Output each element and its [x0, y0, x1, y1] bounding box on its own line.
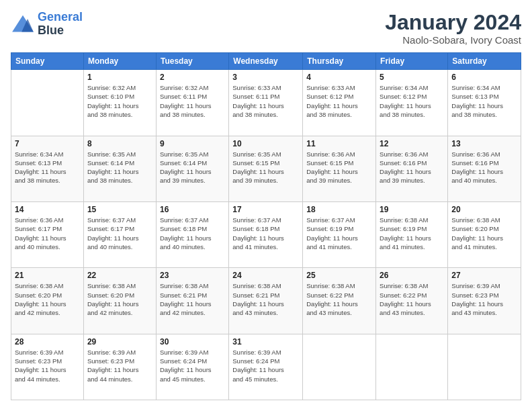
week-row-2: 7Sunrise: 6:34 AM Sunset: 6:13 PM Daylig…: [11, 136, 521, 201]
day-info: Sunrise: 6:38 AM Sunset: 6:22 PM Dayligh…: [306, 281, 372, 317]
day-info: Sunrise: 6:37 AM Sunset: 6:18 PM Dayligh…: [160, 216, 225, 251]
day-number: 6: [451, 73, 517, 82]
page: General Blue January 2024 Naolo-Sobara, …: [0, 0, 532, 411]
week-row-3: 14Sunrise: 6:36 AM Sunset: 6:17 PM Dayli…: [11, 201, 521, 267]
day-cell: 22Sunrise: 6:38 AM Sunset: 6:20 PM Dayli…: [83, 268, 156, 334]
day-cell: [376, 334, 448, 400]
day-cell: 28Sunrise: 6:39 AM Sunset: 6:23 PM Dayli…: [11, 334, 84, 400]
week-row-1: 1Sunrise: 6:32 AM Sunset: 6:10 PM Daylig…: [11, 70, 521, 136]
col-header-wednesday: Wednesday: [229, 53, 303, 70]
day-info: Sunrise: 6:38 AM Sunset: 6:20 PM Dayligh…: [451, 216, 517, 251]
day-info: Sunrise: 6:39 AM Sunset: 6:23 PM Dayligh…: [451, 281, 517, 317]
day-number: 1: [87, 73, 152, 82]
logo: General Blue: [11, 11, 83, 38]
header: General Blue January 2024 Naolo-Sobara, …: [11, 11, 521, 46]
col-header-thursday: Thursday: [303, 53, 376, 70]
day-cell: 16Sunrise: 6:37 AM Sunset: 6:18 PM Dayli…: [156, 201, 228, 267]
col-header-saturday: Saturday: [448, 53, 521, 70]
col-header-sunday: Sunday: [11, 53, 84, 70]
day-number: 2: [160, 73, 225, 82]
day-info: Sunrise: 6:37 AM Sunset: 6:18 PM Dayligh…: [232, 216, 299, 251]
day-cell: [11, 70, 84, 136]
day-cell: 27Sunrise: 6:39 AM Sunset: 6:23 PM Dayli…: [448, 268, 521, 334]
day-number: 15: [87, 205, 152, 214]
calendar-subtitle: Naolo-Sobara, Ivory Coast: [385, 34, 521, 46]
col-header-monday: Monday: [83, 53, 156, 70]
day-number: 28: [15, 337, 80, 347]
day-cell: 5Sunrise: 6:34 AM Sunset: 6:12 PM Daylig…: [376, 70, 448, 136]
day-info: Sunrise: 6:34 AM Sunset: 6:12 PM Dayligh…: [380, 83, 444, 119]
day-cell: 31Sunrise: 6:39 AM Sunset: 6:24 PM Dayli…: [229, 334, 303, 400]
day-number: 19: [380, 205, 444, 214]
day-cell: 17Sunrise: 6:37 AM Sunset: 6:18 PM Dayli…: [229, 201, 303, 267]
day-number: 17: [232, 205, 299, 214]
day-info: Sunrise: 6:39 AM Sunset: 6:23 PM Dayligh…: [87, 348, 152, 383]
day-cell: 18Sunrise: 6:37 AM Sunset: 6:19 PM Dayli…: [303, 201, 376, 267]
day-number: 23: [160, 271, 225, 280]
day-info: Sunrise: 6:38 AM Sunset: 6:21 PM Dayligh…: [160, 281, 225, 317]
day-number: 9: [160, 139, 225, 148]
day-cell: 14Sunrise: 6:36 AM Sunset: 6:17 PM Dayli…: [11, 201, 84, 267]
day-info: Sunrise: 6:36 AM Sunset: 6:16 PM Dayligh…: [451, 150, 517, 185]
day-number: 30: [160, 337, 225, 347]
day-number: 7: [15, 139, 80, 148]
logo-text: General Blue: [38, 11, 83, 38]
day-cell: 20Sunrise: 6:38 AM Sunset: 6:20 PM Dayli…: [448, 201, 521, 267]
day-cell: 15Sunrise: 6:37 AM Sunset: 6:17 PM Dayli…: [83, 201, 156, 267]
day-info: Sunrise: 6:38 AM Sunset: 6:21 PM Dayligh…: [232, 281, 299, 317]
header-row: SundayMondayTuesdayWednesdayThursdayFrid…: [11, 53, 521, 70]
day-info: Sunrise: 6:32 AM Sunset: 6:11 PM Dayligh…: [160, 83, 225, 119]
day-number: 26: [380, 271, 444, 280]
day-number: 3: [232, 73, 299, 82]
day-cell: 21Sunrise: 6:38 AM Sunset: 6:20 PM Dayli…: [11, 268, 84, 334]
day-number: 10: [232, 139, 299, 148]
day-number: 16: [160, 205, 225, 214]
day-cell: 9Sunrise: 6:35 AM Sunset: 6:14 PM Daylig…: [156, 136, 228, 201]
day-cell: 6Sunrise: 6:34 AM Sunset: 6:13 PM Daylig…: [448, 70, 521, 136]
day-info: Sunrise: 6:32 AM Sunset: 6:10 PM Dayligh…: [87, 83, 152, 119]
day-number: 5: [380, 73, 444, 82]
calendar-title: January 2024: [385, 11, 521, 34]
day-info: Sunrise: 6:35 AM Sunset: 6:14 PM Dayligh…: [160, 150, 225, 185]
day-cell: 3Sunrise: 6:33 AM Sunset: 6:11 PM Daylig…: [229, 70, 303, 136]
day-cell: 30Sunrise: 6:39 AM Sunset: 6:24 PM Dayli…: [156, 334, 228, 400]
logo-line2: Blue: [38, 24, 83, 38]
day-number: 11: [306, 139, 372, 148]
day-number: 24: [232, 271, 299, 280]
day-cell: [448, 334, 521, 400]
day-number: 27: [451, 271, 517, 280]
day-info: Sunrise: 6:35 AM Sunset: 6:15 PM Dayligh…: [232, 150, 299, 185]
day-cell: 19Sunrise: 6:38 AM Sunset: 6:19 PM Dayli…: [376, 201, 448, 267]
day-cell: 12Sunrise: 6:36 AM Sunset: 6:16 PM Dayli…: [376, 136, 448, 201]
calendar-table: SundayMondayTuesdayWednesdayThursdayFrid…: [11, 52, 521, 400]
day-cell: 26Sunrise: 6:38 AM Sunset: 6:22 PM Dayli…: [376, 268, 448, 334]
day-cell: 2Sunrise: 6:32 AM Sunset: 6:11 PM Daylig…: [156, 70, 228, 136]
col-header-friday: Friday: [376, 53, 448, 70]
day-cell: 4Sunrise: 6:33 AM Sunset: 6:12 PM Daylig…: [303, 70, 376, 136]
week-row-5: 28Sunrise: 6:39 AM Sunset: 6:23 PM Dayli…: [11, 334, 521, 400]
day-number: 18: [306, 205, 372, 214]
day-number: 20: [451, 205, 517, 214]
day-number: 12: [380, 139, 444, 148]
day-number: 8: [87, 139, 152, 148]
week-row-4: 21Sunrise: 6:38 AM Sunset: 6:20 PM Dayli…: [11, 268, 521, 334]
day-cell: 10Sunrise: 6:35 AM Sunset: 6:15 PM Dayli…: [229, 136, 303, 201]
day-cell: 1Sunrise: 6:32 AM Sunset: 6:10 PM Daylig…: [83, 70, 156, 136]
day-cell: 23Sunrise: 6:38 AM Sunset: 6:21 PM Dayli…: [156, 268, 228, 334]
day-number: 22: [87, 271, 152, 280]
day-info: Sunrise: 6:37 AM Sunset: 6:19 PM Dayligh…: [306, 216, 372, 251]
day-cell: 8Sunrise: 6:35 AM Sunset: 6:14 PM Daylig…: [83, 136, 156, 201]
day-number: 13: [451, 139, 517, 148]
day-info: Sunrise: 6:36 AM Sunset: 6:17 PM Dayligh…: [15, 216, 80, 251]
day-cell: 25Sunrise: 6:38 AM Sunset: 6:22 PM Dayli…: [303, 268, 376, 334]
day-number: 31: [232, 337, 299, 347]
day-info: Sunrise: 6:38 AM Sunset: 6:20 PM Dayligh…: [15, 281, 80, 317]
day-info: Sunrise: 6:38 AM Sunset: 6:22 PM Dayligh…: [380, 281, 444, 317]
day-cell: 29Sunrise: 6:39 AM Sunset: 6:23 PM Dayli…: [83, 334, 156, 400]
day-number: 4: [306, 73, 372, 82]
day-cell: 11Sunrise: 6:36 AM Sunset: 6:15 PM Dayli…: [303, 136, 376, 201]
title-block: January 2024 Naolo-Sobara, Ivory Coast: [385, 11, 521, 46]
day-cell: 7Sunrise: 6:34 AM Sunset: 6:13 PM Daylig…: [11, 136, 84, 201]
day-info: Sunrise: 6:35 AM Sunset: 6:14 PM Dayligh…: [87, 150, 152, 185]
day-info: Sunrise: 6:36 AM Sunset: 6:15 PM Dayligh…: [306, 150, 372, 185]
